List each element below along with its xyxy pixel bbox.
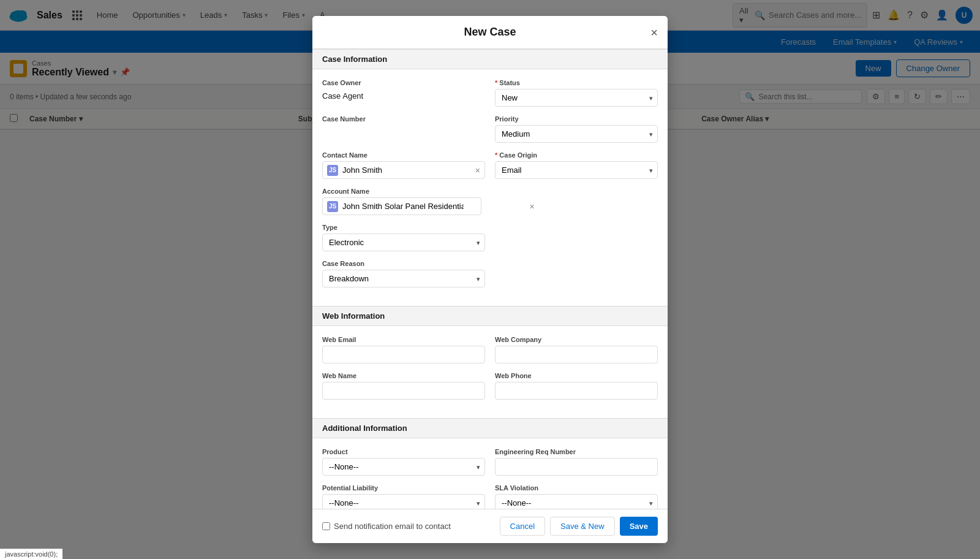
web-email-input[interactable] (322, 346, 485, 363)
case-reason-label: Case Reason (322, 260, 485, 267)
case-information-section: Case Information Case Owner Case Agent S… (312, 49, 668, 306)
account-name-row: Account Name JS × (322, 188, 658, 215)
account-name-clear-icon[interactable]: × (529, 202, 534, 211)
engineering-req-label: Engineering Req Number (495, 448, 658, 455)
case-reason-row: Case Reason Breakdown User Education Per… (322, 260, 658, 287)
contact-name-input[interactable] (322, 161, 485, 179)
modal-title: New Case (464, 26, 516, 39)
web-name-input[interactable] (322, 382, 485, 400)
web-phone-input[interactable] (495, 382, 658, 400)
contact-name-group: Contact Name JS × (322, 151, 485, 179)
web-name-group: Web Name (322, 372, 485, 400)
potential-liability-group: Potential Liability --None-- ▾ (322, 484, 485, 509)
type-select-wrap: Electronic Phone Web ▾ (322, 234, 485, 251)
potential-liability-select-wrap: --None-- ▾ (322, 494, 485, 509)
product-label: Product (322, 448, 485, 455)
save-button[interactable]: Save (620, 517, 658, 536)
contact-origin-row: Contact Name JS × Case Origin (322, 151, 658, 179)
case-origin-label: Case Origin (495, 151, 658, 159)
web-company-label: Web Company (495, 336, 658, 343)
notification-checkbox[interactable] (322, 522, 330, 530)
footer-left: Send notification email to contact (322, 522, 451, 531)
product-group: Product --None-- ▾ (322, 448, 485, 476)
additional-information-body: Product --None-- ▾ Engineering Req Numbe… (312, 438, 668, 509)
contact-name-clear-icon[interactable]: × (475, 165, 480, 175)
sla-violation-select[interactable]: --None-- (495, 494, 658, 509)
sla-violation-select-wrap: --None-- ▾ (495, 494, 658, 509)
status-bar-text: javascript:void(0); (5, 550, 58, 558)
modal-close-button[interactable]: × (650, 25, 658, 39)
priority-select[interactable]: Low Medium High (495, 125, 658, 143)
web-phone-label: Web Phone (495, 372, 658, 379)
case-owner-status-row: Case Owner Case Agent Status New Working… (322, 79, 658, 107)
footer-right: Cancel Save & New Save (500, 517, 658, 536)
new-case-modal: New Case × Case Information Case Owner C… (312, 16, 668, 543)
case-number-label: Case Number (322, 115, 485, 123)
type-select[interactable]: Electronic Phone Web (322, 234, 485, 251)
modal-header: New Case × (312, 16, 668, 49)
web-email-label: Web Email (322, 336, 485, 343)
additional-information-header: Additional Information (312, 418, 668, 438)
priority-label: Priority (495, 115, 658, 123)
type-label: Type (322, 224, 485, 231)
additional-information-section: Additional Information Product --None-- … (312, 418, 668, 509)
account-placeholder (549, 188, 658, 215)
web-company-group: Web Company (495, 336, 658, 363)
contact-name-input-wrap: JS × (322, 161, 485, 179)
case-owner-value: Case Agent (322, 89, 485, 103)
notification-checkbox-wrap: Send notification email to contact (322, 522, 451, 531)
save-new-button[interactable]: Save & New (550, 517, 615, 536)
priority-group: Priority Low Medium High ▾ (495, 115, 658, 143)
account-name-label: Account Name (322, 188, 540, 195)
product-eng-row: Product --None-- ▾ Engineering Req Numbe… (322, 448, 658, 476)
web-information-section: Web Information Web Email Web Company (312, 306, 668, 418)
case-origin-select[interactable]: Email Phone Web (495, 161, 658, 179)
type-right-placeholder (495, 224, 658, 251)
cancel-button[interactable]: Cancel (500, 517, 545, 536)
sla-violation-label: SLA Violation (495, 484, 658, 492)
web-information-body: Web Email Web Company Web Name (312, 326, 668, 418)
case-owner-group: Case Owner Case Agent (322, 79, 485, 107)
account-name-input[interactable] (322, 197, 481, 215)
product-select[interactable]: --None-- (322, 458, 485, 476)
account-icon: JS (327, 201, 338, 212)
contact-icon: JS (327, 165, 338, 176)
account-name-group: Account Name JS × (322, 188, 540, 215)
case-origin-select-wrap: Email Phone Web ▾ (495, 161, 658, 179)
potential-liability-select[interactable]: --None-- (322, 494, 485, 509)
case-number-priority-row: Case Number Priority Low Medium High (322, 115, 658, 143)
web-name-phone-row: Web Name Web Phone (322, 372, 658, 400)
type-row: Type Electronic Phone Web ▾ (322, 224, 658, 251)
web-information-header: Web Information (312, 306, 668, 326)
modal-footer: Send notification email to contact Cance… (312, 509, 668, 543)
case-reason-select[interactable]: Breakdown User Education Performance Fee… (322, 270, 485, 287)
case-reason-group: Case Reason Breakdown User Education Per… (322, 260, 485, 287)
web-name-label: Web Name (322, 372, 485, 379)
web-company-input[interactable] (495, 346, 658, 363)
case-reason-right-placeholder (495, 260, 658, 287)
account-name-input-wrap: JS × (322, 197, 540, 215)
type-group: Type Electronic Phone Web ▾ (322, 224, 485, 251)
liability-sla-row: Potential Liability --None-- ▾ SLA Viola… (322, 484, 658, 509)
product-select-wrap: --None-- ▾ (322, 458, 485, 476)
modal-body: Case Information Case Owner Case Agent S… (312, 49, 668, 509)
status-select[interactable]: New Working Escalated Closed (495, 89, 658, 107)
case-number-group: Case Number (322, 115, 485, 143)
case-owner-label: Case Owner (322, 79, 485, 86)
engineering-req-input[interactable] (495, 458, 658, 476)
priority-select-wrap: Low Medium High ▾ (495, 125, 658, 143)
status-label: Status (495, 79, 658, 86)
modal-overlay: New Case × Case Information Case Owner C… (0, 0, 980, 559)
web-email-group: Web Email (322, 336, 485, 363)
case-reason-select-wrap: Breakdown User Education Performance Fee… (322, 270, 485, 287)
sla-violation-group: SLA Violation --None-- ▾ (495, 484, 658, 509)
status-select-wrap: New Working Escalated Closed ▾ (495, 89, 658, 107)
web-phone-group: Web Phone (495, 372, 658, 400)
web-email-company-row: Web Email Web Company (322, 336, 658, 363)
case-information-header: Case Information (312, 49, 668, 69)
status-group: Status New Working Escalated Closed ▾ (495, 79, 658, 107)
notification-label: Send notification email to contact (334, 522, 451, 531)
engineering-req-group: Engineering Req Number (495, 448, 658, 476)
case-information-body: Case Owner Case Agent Status New Working… (312, 69, 668, 306)
status-bar: javascript:void(0); (0, 549, 62, 559)
